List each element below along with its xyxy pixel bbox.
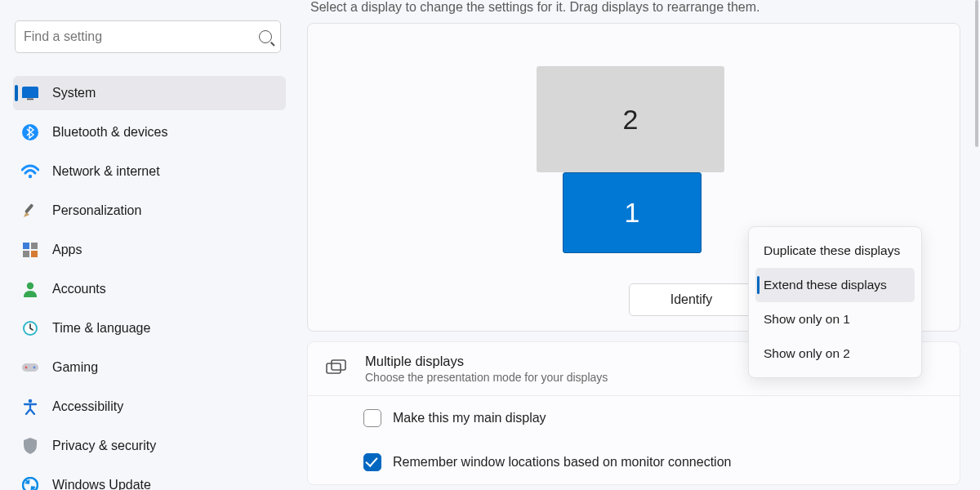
nav-label: Apps — [52, 243, 82, 257]
svg-point-4 — [29, 175, 32, 178]
nav-label: System — [52, 86, 96, 100]
main-panel: Select a display to change the settings … — [294, 0, 980, 490]
nav-label: Bluetooth & devices — [52, 125, 167, 140]
projection-dropdown[interactable]: Duplicate these displays Extend these di… — [748, 226, 922, 378]
nav-list: System Bluetooth & devices Network & int… — [13, 76, 286, 490]
dropdown-option-extend[interactable]: Extend these displays — [755, 268, 915, 302]
dropdown-option-only2[interactable]: Show only on 2 — [755, 336, 915, 371]
monitor-1-label: 1 — [625, 197, 640, 229]
nav-item-personalization[interactable]: Personalization — [13, 194, 286, 228]
svg-rect-2 — [27, 99, 33, 100]
nav-label: Gaming — [52, 360, 98, 375]
brush-icon — [21, 202, 39, 220]
svg-rect-6 — [23, 243, 29, 249]
svg-rect-9 — [31, 251, 38, 257]
nav-item-accessibility[interactable]: Accessibility — [13, 390, 286, 424]
search-icon — [259, 30, 272, 43]
section-subtitle: Choose the presentation mode for your di… — [365, 371, 608, 384]
nav-item-time[interactable]: Time & language — [13, 311, 286, 345]
nav-item-accounts[interactable]: Accounts — [13, 272, 286, 306]
svg-rect-13 — [22, 363, 38, 372]
update-icon — [21, 476, 39, 490]
nav-label: Privacy & security — [52, 439, 156, 453]
svg-point-17 — [23, 478, 38, 490]
label-remember-windows: Remember window locations based on monit… — [393, 455, 731, 470]
dropdown-option-only1[interactable]: Show only on 1 — [755, 302, 915, 336]
monitor-2-label: 2 — [623, 104, 639, 136]
dropdown-option-duplicate[interactable]: Duplicate these displays — [755, 234, 915, 268]
row-main-display: Make this my main display — [308, 396, 960, 440]
apps-icon — [21, 241, 39, 259]
nav-item-privacy[interactable]: Privacy & security — [13, 429, 286, 463]
nav-label: Accounts — [52, 282, 106, 296]
svg-rect-19 — [332, 360, 345, 370]
nav-label: Time & language — [52, 321, 150, 336]
checkbox-remember-windows[interactable] — [363, 453, 381, 471]
svg-point-10 — [27, 283, 33, 289]
svg-point-16 — [29, 399, 33, 403]
svg-rect-1 — [22, 95, 38, 98]
nav-item-apps[interactable]: Apps — [13, 233, 286, 267]
label-main-display: Make this my main display — [393, 411, 546, 425]
search-box[interactable] — [15, 20, 281, 53]
clock-icon — [21, 319, 39, 337]
nav-item-update[interactable]: Windows Update — [13, 468, 286, 490]
system-icon — [21, 84, 39, 102]
wifi-icon — [21, 163, 39, 180]
monitor-2[interactable]: 2 — [537, 66, 724, 172]
nav-label: Personalization — [52, 203, 141, 218]
svg-rect-18 — [327, 363, 341, 373]
person-icon — [21, 280, 39, 298]
gamepad-icon — [21, 359, 39, 376]
monitor-1[interactable]: 1 — [563, 172, 702, 253]
search-input[interactable] — [24, 29, 259, 44]
svg-rect-7 — [31, 243, 38, 249]
nav-item-gaming[interactable]: Gaming — [13, 350, 286, 385]
identify-label: Identify — [670, 292, 713, 307]
accessibility-icon — [21, 398, 39, 416]
sidebar: System Bluetooth & devices Network & int… — [0, 0, 294, 490]
nav-label: Windows Update — [52, 478, 151, 490]
display-hint: Select a display to change the settings … — [310, 0, 960, 15]
nav-item-system[interactable]: System — [13, 76, 286, 110]
svg-point-15 — [33, 367, 36, 369]
identify-button[interactable]: Identify — [629, 283, 754, 316]
nav-item-bluetooth[interactable]: Bluetooth & devices — [13, 115, 286, 149]
svg-rect-8 — [23, 251, 29, 257]
nav-label: Accessibility — [52, 399, 123, 414]
shield-icon — [21, 437, 39, 455]
svg-rect-5 — [24, 203, 33, 214]
nav-item-network[interactable]: Network & internet — [13, 154, 286, 189]
multiple-displays-icon — [326, 359, 345, 379]
checkbox-main-display[interactable] — [363, 409, 381, 427]
nav-label: Network & internet — [52, 164, 160, 179]
vertical-scrollbar[interactable] — [975, 0, 978, 490]
section-title: Multiple displays — [365, 354, 608, 369]
svg-point-14 — [25, 367, 28, 369]
bluetooth-icon — [21, 123, 39, 141]
row-remember-windows: Remember window locations based on monit… — [308, 440, 960, 484]
